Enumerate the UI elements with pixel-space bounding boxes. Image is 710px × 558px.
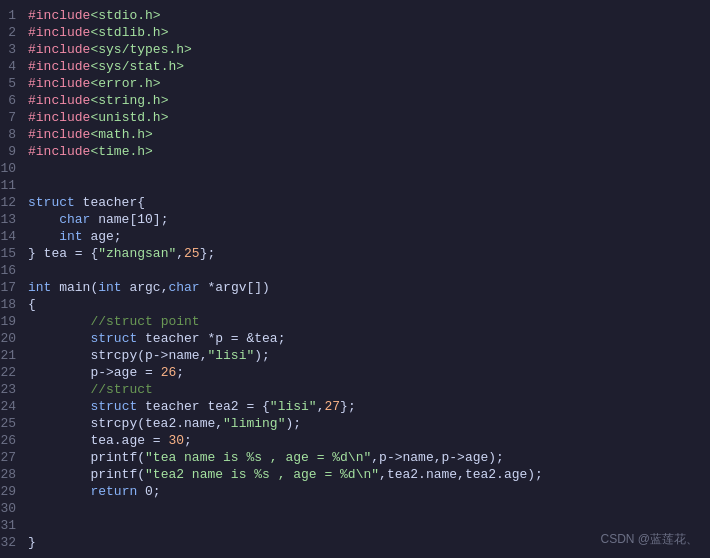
token: struct <box>28 195 83 210</box>
line-number: 31 <box>0 518 28 533</box>
token: <unistd.h> <box>90 110 168 125</box>
code-line: 3#include<sys/types.h> <box>0 42 710 59</box>
token: "zhangsan" <box>98 246 176 261</box>
code-line: 2#include<stdlib.h> <box>0 25 710 42</box>
token: teacher *p = &tea; <box>145 331 285 346</box>
token: #include <box>28 76 90 91</box>
token <box>28 331 90 346</box>
token: tea.age = <box>28 433 168 448</box>
token: #include <box>28 127 90 142</box>
line-number: 19 <box>0 314 28 329</box>
token: printf( <box>28 467 145 482</box>
token: #include <box>28 8 90 23</box>
token: <stdlib.h> <box>90 25 168 40</box>
token: ,tea2.name,tea2.age); <box>379 467 543 482</box>
token: 0; <box>145 484 161 499</box>
code-line: 10 <box>0 161 710 178</box>
line-number: 8 <box>0 127 28 142</box>
token: main( <box>59 280 98 295</box>
line-content: #include<stdio.h> <box>28 8 161 23</box>
line-content: //struct point <box>28 314 200 329</box>
code-line: 25 strcpy(tea2.name,"liming"); <box>0 416 710 433</box>
token: argc, <box>129 280 168 295</box>
line-content: int main(int argc,char *argv[]) <box>28 280 270 295</box>
line-number: 23 <box>0 382 28 397</box>
token: teacher tea2 = { <box>145 399 270 414</box>
code-line: 27 printf("tea name is %s , age = %d\n",… <box>0 450 710 467</box>
line-content: struct teacher tea2 = {"lisi",27}; <box>28 399 356 414</box>
code-line: 15} tea = {"zhangsan",25}; <box>0 246 710 263</box>
token: 30 <box>168 433 184 448</box>
token: 25 <box>184 246 200 261</box>
code-line: 18{ <box>0 297 710 314</box>
token: #include <box>28 25 90 40</box>
token: #include <box>28 110 90 125</box>
token: "lisi" <box>270 399 317 414</box>
token: #include <box>28 42 90 57</box>
token: int <box>98 280 129 295</box>
line-content: printf("tea2 name is %s , age = %d\n",te… <box>28 467 543 482</box>
line-number: 12 <box>0 195 28 210</box>
code-line: 28 printf("tea2 name is %s , age = %d\n"… <box>0 467 710 484</box>
line-content: #include<math.h> <box>28 127 153 142</box>
token: <time.h> <box>90 144 152 159</box>
token: *argv[]) <box>207 280 269 295</box>
token: { <box>28 297 36 312</box>
token: //struct point <box>90 314 199 329</box>
token: <math.h> <box>90 127 152 142</box>
token: return <box>90 484 145 499</box>
token: ; <box>184 433 192 448</box>
line-number: 16 <box>0 263 28 278</box>
token: age; <box>90 229 121 244</box>
code-line: 24 struct teacher tea2 = {"lisi",27}; <box>0 399 710 416</box>
line-number: 6 <box>0 93 28 108</box>
token: p->age = <box>28 365 161 380</box>
token: int <box>28 280 59 295</box>
token: ; <box>176 365 184 380</box>
token: 26 <box>161 365 177 380</box>
line-content: struct teacher{ <box>28 195 145 210</box>
token <box>28 314 90 329</box>
line-number: 24 <box>0 399 28 414</box>
line-content: strcpy(p->name,"lisi"); <box>28 348 270 363</box>
token: ); <box>285 416 301 431</box>
code-line: 16 <box>0 263 710 280</box>
code-line: 8#include<math.h> <box>0 127 710 144</box>
token: struct <box>90 399 145 414</box>
code-line: 23 //struct <box>0 382 710 399</box>
line-content: char name[10]; <box>28 212 168 227</box>
line-number: 10 <box>0 161 28 176</box>
code-lines: 1#include<stdio.h>2#include<stdlib.h>3#i… <box>0 8 710 552</box>
token: strcpy(tea2.name, <box>28 416 223 431</box>
line-number: 11 <box>0 178 28 193</box>
line-content: printf("tea name is %s , age = %d\n",p->… <box>28 450 504 465</box>
line-number: 17 <box>0 280 28 295</box>
token: }; <box>200 246 216 261</box>
line-content: strcpy(tea2.name,"liming"); <box>28 416 301 431</box>
code-line: 14 int age; <box>0 229 710 246</box>
line-number: 2 <box>0 25 28 40</box>
line-number: 7 <box>0 110 28 125</box>
token: #include <box>28 93 90 108</box>
line-number: 20 <box>0 331 28 346</box>
line-number: 15 <box>0 246 28 261</box>
line-content: //struct <box>28 382 153 397</box>
token: } <box>28 535 36 550</box>
line-number: 4 <box>0 59 28 74</box>
line-content: tea.age = 30; <box>28 433 192 448</box>
line-number: 22 <box>0 365 28 380</box>
token: struct <box>90 331 145 346</box>
code-line: 1#include<stdio.h> <box>0 8 710 25</box>
line-number: 32 <box>0 535 28 550</box>
line-content: #include<sys/stat.h> <box>28 59 184 74</box>
line-content: return 0; <box>28 484 161 499</box>
line-content: #include<stdlib.h> <box>28 25 168 40</box>
token: { <box>137 195 145 210</box>
token: <sys/types.h> <box>90 42 191 57</box>
token <box>28 399 90 414</box>
token: "tea2 name is %s , age = %d\n" <box>145 467 379 482</box>
token: "lisi" <box>207 348 254 363</box>
line-content: #include<string.h> <box>28 93 168 108</box>
line-number: 13 <box>0 212 28 227</box>
code-line: 29 return 0; <box>0 484 710 501</box>
